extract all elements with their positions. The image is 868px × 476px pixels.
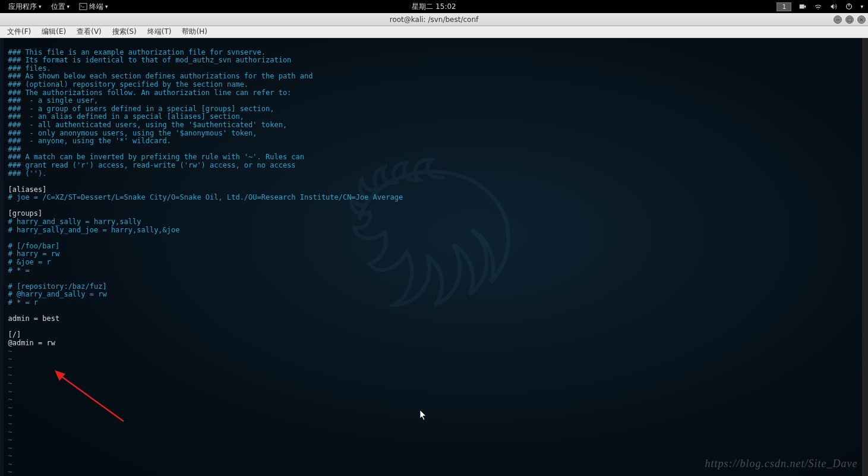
code-line: # * = r [8, 298, 39, 307]
menu-search[interactable]: 搜索(S) [110, 26, 139, 38]
window-controls: − □ × [834, 15, 866, 24]
vim-tilde: ~ [8, 452, 12, 460]
terminal-icon [79, 2, 87, 11]
top-panel: 应用程序 ▾ 位置 ▾ 终端 ▾ 星期二 15:02 1 ▾ [0, 0, 868, 13]
terminal-label: 终端 [89, 2, 103, 12]
code-line: ### - anyone, using the '*' wildcard. [8, 137, 172, 145]
vertical-scrollbar[interactable] [862, 38, 868, 476]
code-line: ### files. [8, 64, 51, 72]
vim-tilde: ~ [8, 371, 12, 379]
code-line: ### Its format is identical to that of m… [8, 56, 292, 64]
close-button[interactable]: × [857, 15, 866, 24]
minimize-button[interactable]: − [834, 15, 842, 24]
panel-right: 1 ▾ [777, 2, 863, 11]
code-line: ### The authorizations follow. An author… [8, 89, 292, 97]
volume-icon[interactable] [829, 2, 838, 11]
code-line: ### (''). [8, 169, 47, 178]
applications-label: 应用程序 [8, 2, 37, 12]
code-line: ### - all authenticated users, using the… [8, 121, 288, 129]
editor-content: ### This file is an example authorizatio… [4, 38, 865, 476]
vim-tilde: ~ [8, 411, 12, 420]
vim-tilde: ~ [8, 420, 12, 428]
network-icon[interactable] [814, 2, 822, 11]
workspace-indicator[interactable]: 1 [777, 2, 791, 11]
code-line: [/] [8, 330, 21, 339]
svg-rect-0 [80, 4, 87, 10]
chevron-down-icon: ▾ [39, 4, 42, 10]
window-titlebar: root@kali: /svn/best/conf − □ × [0, 13, 868, 26]
code-line: # harry_sally_and_joe = harry,sally,&joe [8, 226, 180, 234]
code-line: [groups] [8, 209, 43, 217]
code-line: ### As shown below each section defines … [8, 72, 313, 80]
vim-tilde: ~ [8, 363, 12, 371]
menu-help[interactable]: 帮助(H) [179, 26, 209, 38]
chevron-down-icon: ▾ [67, 4, 70, 10]
code-line: [aliases] [8, 185, 47, 194]
code-line: ### (optional) repository specified by t… [8, 80, 249, 89]
places-label: 位置 [51, 2, 65, 12]
clock-label: 星期二 15:02 [412, 2, 456, 11]
vim-tilde: ~ [8, 444, 12, 452]
code-line: # joe = /C=XZ/ST=Dessert/L=Snake City/O=… [8, 193, 403, 201]
places-menu[interactable]: 位置 ▾ [48, 1, 74, 13]
code-line: admin = best [8, 314, 60, 323]
code-line: # @harry_and_sally = rw [8, 290, 107, 298]
code-line: ### [8, 145, 21, 153]
code-line: # &joe = r [8, 258, 51, 266]
code-line: @admin = rw [8, 339, 55, 347]
panel-left: 应用程序 ▾ 位置 ▾ 终端 ▾ [5, 1, 112, 13]
code-line: ### This file is an example authorizatio… [8, 48, 266, 56]
clock[interactable]: 星期二 15:02 [412, 2, 456, 12]
applications-menu[interactable]: 应用程序 ▾ [5, 1, 45, 13]
menu-edit[interactable]: 编辑(E) [39, 26, 68, 38]
code-line: ### A match can be inverted by prefixing… [8, 153, 305, 161]
chevron-down-icon: ▾ [860, 4, 863, 10]
code-line: ### - a group of users defined in a spec… [8, 105, 274, 113]
power-icon[interactable] [845, 2, 853, 11]
chevron-down-icon: ▾ [105, 4, 108, 10]
vim-tilde: ~ [8, 395, 12, 404]
vim-tilde: ~ [8, 404, 12, 412]
terminal-launcher[interactable]: 终端 ▾ [75, 1, 112, 13]
window-title: root@kali: /svn/best/conf [390, 15, 479, 24]
svg-rect-1 [800, 5, 804, 9]
vim-tilde: ~ [8, 468, 12, 476]
screen-recorder-icon[interactable] [798, 2, 807, 11]
menu-view[interactable]: 查看(V) [74, 26, 104, 38]
code-line: # harry_and_sally = harry,sally [8, 217, 141, 226]
vim-tilde: ~ [8, 387, 12, 396]
code-line: # [repository:/baz/fuz] [8, 282, 107, 291]
code-line: # harry = rw [8, 250, 60, 258]
vim-tilde: ~ [8, 355, 12, 363]
menu-file[interactable]: 文件(F) [5, 26, 33, 38]
code-line: ### - only anonymous users, using the '$… [8, 129, 257, 137]
code-line: ### - a single user, [8, 96, 99, 105]
watermark: https://blog.csdn.net/Site_Dave [705, 458, 858, 470]
vim-tilde: ~ [8, 460, 12, 468]
workspace-number: 1 [782, 3, 786, 11]
vim-tilde: ~ [8, 347, 12, 355]
vim-tilde: ~ [8, 436, 12, 444]
terminal-pane[interactable]: ### This file is an example authorizatio… [4, 38, 865, 476]
maximize-button[interactable]: □ [845, 15, 854, 24]
code-line: # * = [8, 266, 30, 275]
vim-tilde: ~ [8, 428, 12, 436]
vim-tilde: ~ [8, 379, 12, 387]
code-line: # [/foo/bar] [8, 242, 60, 250]
menu-bar: 文件(F) 编辑(E) 查看(V) 搜索(S) 终端(T) 帮助(H) [0, 26, 868, 38]
code-line: ### - an alias defined in a special [ali… [8, 112, 244, 121]
code-line: ### grant read ('r') access, read-write … [8, 161, 296, 169]
menu-terminal[interactable]: 终端(T) [145, 26, 174, 38]
